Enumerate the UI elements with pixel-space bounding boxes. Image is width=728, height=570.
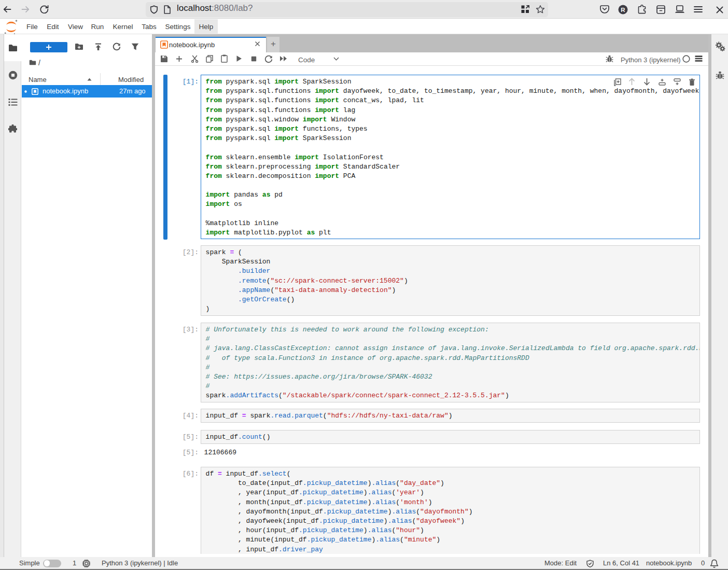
svg-text:R: R [621,7,625,13]
